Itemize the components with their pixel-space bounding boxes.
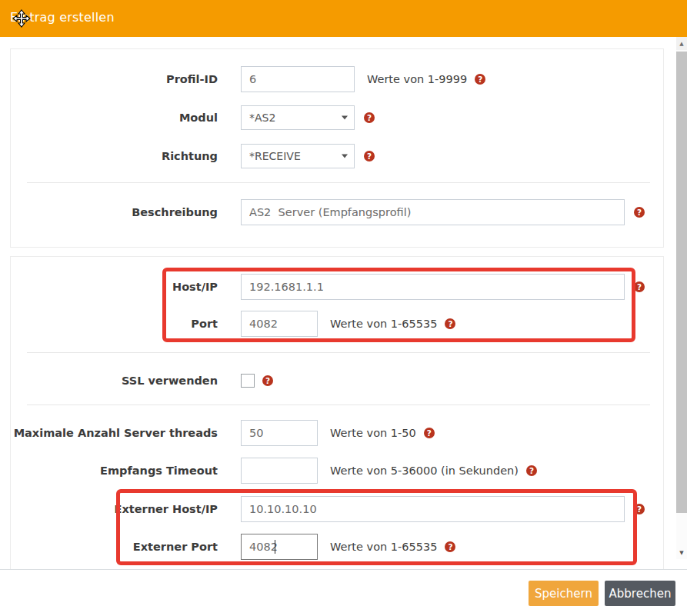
help-icon[interactable]: ? bbox=[262, 375, 273, 386]
externer-port-label: Externer Port bbox=[0, 541, 218, 553]
form-row-port: Port Werte von 1-65535 ? bbox=[0, 311, 666, 337]
externer-port-input-wrap bbox=[241, 534, 318, 560]
section-divider bbox=[27, 352, 650, 353]
profil-id-input[interactable] bbox=[241, 66, 355, 92]
port-input[interactable] bbox=[241, 311, 318, 337]
form-row-externer-port: Externer Port Werte von 1-65535 ? bbox=[0, 534, 666, 560]
text-cursor bbox=[275, 540, 275, 554]
help-icon[interactable]: ? bbox=[424, 428, 435, 438]
help-icon[interactable]: ? bbox=[634, 281, 645, 292]
help-icon[interactable]: ? bbox=[526, 465, 537, 476]
port-label: Port bbox=[0, 318, 218, 330]
dialog-titlebar[interactable]: Eintrag erstellen bbox=[0, 0, 687, 37]
ssl-label: SSL verwenden bbox=[0, 375, 218, 387]
externer-port-hint: Werte von 1-65535 bbox=[330, 541, 437, 553]
port-hint: Werte von 1-65535 bbox=[330, 318, 437, 330]
scroll-up-icon[interactable]: ▲ bbox=[676, 37, 687, 50]
empfangs-timeout-input[interactable] bbox=[241, 458, 318, 484]
host-ip-label: Host/IP bbox=[0, 281, 218, 293]
help-icon[interactable]: ? bbox=[364, 112, 375, 123]
profil-id-hint: Werte von 1-9999 bbox=[367, 73, 467, 85]
max-threads-hint: Werte von 1-50 bbox=[330, 427, 416, 439]
footer-divider bbox=[0, 569, 687, 570]
beschreibung-label: Beschreibung bbox=[0, 206, 218, 218]
richtung-select-wrap: *RECEIVE bbox=[241, 144, 355, 168]
section-divider bbox=[27, 182, 650, 183]
help-icon[interactable]: ? bbox=[475, 74, 485, 85]
help-icon[interactable]: ? bbox=[364, 151, 375, 161]
profil-id-label: Profil-ID bbox=[0, 73, 218, 85]
form-row-beschreibung: Beschreibung ? bbox=[0, 199, 666, 225]
modul-select[interactable]: *AS2 bbox=[241, 105, 355, 130]
beschreibung-input[interactable] bbox=[241, 199, 625, 225]
help-icon[interactable]: ? bbox=[634, 504, 645, 514]
richtung-label: Richtung bbox=[0, 150, 218, 162]
max-threads-label: Maximale Anzahl Server threads bbox=[0, 427, 218, 439]
form-row-richtung: Richtung *RECEIVE ? bbox=[0, 143, 666, 169]
vertical-scrollbar[interactable]: ▲ ▼ bbox=[676, 37, 687, 559]
form-row-max-threads: Maximale Anzahl Server threads Werte von… bbox=[0, 420, 666, 446]
scrollbar-thumb[interactable] bbox=[676, 52, 687, 513]
form-row-modul: Modul *AS2 ? bbox=[0, 105, 666, 131]
help-icon[interactable]: ? bbox=[634, 207, 645, 218]
richtung-select[interactable]: *RECEIVE bbox=[241, 144, 355, 168]
host-ip-input[interactable] bbox=[241, 274, 625, 300]
cancel-button[interactable]: Abbrechen bbox=[605, 581, 675, 606]
scroll-down-icon[interactable]: ▼ bbox=[676, 546, 687, 559]
max-threads-input[interactable] bbox=[241, 420, 318, 446]
create-entry-dialog: Eintrag erstellen Profil-ID Werte von 1-… bbox=[0, 0, 687, 616]
move-cursor-icon bbox=[12, 9, 31, 28]
modul-select-wrap: *AS2 bbox=[241, 105, 355, 130]
form-row-host-ip: Host/IP ? bbox=[0, 274, 666, 300]
help-icon[interactable]: ? bbox=[445, 318, 455, 329]
externer-host-ip-input[interactable] bbox=[241, 496, 625, 522]
help-icon[interactable]: ? bbox=[445, 541, 455, 552]
form-row-externer-host-ip: Externer Host/IP ? bbox=[0, 496, 666, 522]
externer-port-input[interactable] bbox=[241, 534, 318, 560]
externer-host-ip-label: Externer Host/IP bbox=[0, 503, 218, 515]
save-button[interactable]: Speichern bbox=[529, 581, 599, 606]
modul-label: Modul bbox=[0, 112, 218, 124]
form-row-empfangs-timeout: Empfangs Timeout Werte von 5-36000 (in S… bbox=[0, 458, 666, 484]
ssl-checkbox[interactable] bbox=[241, 374, 255, 388]
section-divider bbox=[27, 405, 650, 405]
empfangs-timeout-hint: Werte von 5-36000 (in Sekunden) bbox=[330, 464, 519, 477]
form-row-ssl: SSL verwenden ? bbox=[0, 368, 666, 394]
empfangs-timeout-label: Empfangs Timeout bbox=[0, 464, 218, 477]
form-row-profil-id: Profil-ID Werte von 1-9999 ? bbox=[0, 66, 666, 92]
